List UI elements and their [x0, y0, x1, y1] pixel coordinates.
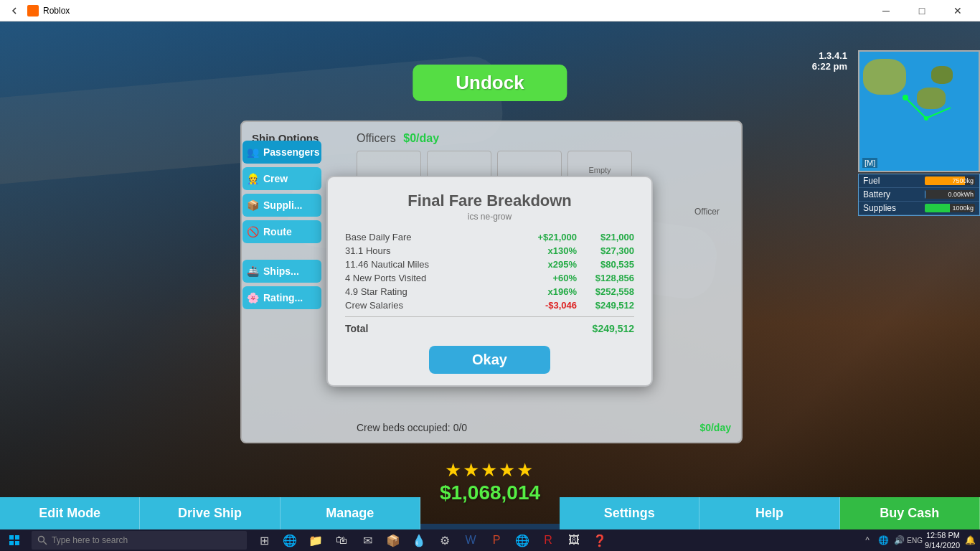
- edge-icon[interactable]: 🌐: [278, 529, 301, 551]
- maximize-button[interactable]: □: [905, 0, 938, 22]
- roblox-icon: [27, 5, 39, 17]
- task-view-icon[interactable]: ⊞: [253, 529, 275, 551]
- fare-row-label: 31.1 Hours: [345, 245, 527, 256]
- drive-ship-button[interactable]: Drive Ship: [140, 497, 280, 529]
- crew-beds-label: Crew beds occupied: 0/0: [357, 422, 467, 433]
- taskbar-right: ^ 🌐 🔊 ENG 12:58 PM 9/14/2020 🔔: [860, 529, 980, 551]
- okay-button[interactable]: Okay: [429, 346, 550, 374]
- fare-row-label: 4.9 Star Rating: [345, 286, 527, 297]
- minimap[interactable]: [M]: [858, 50, 980, 172]
- fuel-stat: Fuel 7500kg: [859, 174, 979, 188]
- amazon-icon[interactable]: 📦: [382, 529, 405, 551]
- svg-point-6: [39, 537, 44, 542]
- bottom-toolbar: Edit Mode Drive Ship Manage Settings Hel…: [0, 497, 980, 529]
- fare-dialog-subtitle: ics ne-grow: [345, 212, 634, 222]
- svg-line-1: [926, 108, 951, 118]
- fare-total-row: Total $249,512: [345, 323, 634, 334]
- fare-row-multiplier: x196%: [527, 286, 577, 297]
- system-clock[interactable]: 12:58 PM 9/14/2020: [925, 530, 960, 551]
- fare-dialog: Final Fare Breakdown ics ne-grow Base Da…: [326, 176, 653, 387]
- app-icon[interactable]: ⚙: [433, 529, 456, 551]
- fare-row-multiplier: +60%: [527, 273, 577, 283]
- fare-row-multiplier: x295%: [527, 259, 577, 270]
- fare-divider: [345, 316, 634, 317]
- fare-dialog-title: Final Fare Breakdown: [345, 192, 634, 210]
- fare-row-multiplier: +$21,000: [527, 232, 577, 242]
- buy-cash-button[interactable]: Buy Cash: [840, 497, 980, 529]
- undock-button[interactable]: Undock: [413, 65, 567, 101]
- photo-icon[interactable]: 🖼: [562, 529, 585, 551]
- close-button[interactable]: ✕: [941, 0, 974, 22]
- network-icon[interactable]: 🌐: [876, 529, 890, 551]
- taskbar: Type here to search ⊞ 🌐 📁 🛍 ✉ 📦 💧 ⚙ W P …: [0, 529, 980, 551]
- clock-date: 9/14/2020: [925, 540, 960, 550]
- help2-icon[interactable]: ❓: [588, 529, 611, 551]
- sidebar-buttons: 👥 Passengers 👷 Crew 📦 Suppli... 🚫 Route …: [242, 141, 321, 309]
- fare-row-label: Crew Salaries: [345, 300, 527, 311]
- fare-row-label: Base Daily Fare: [345, 232, 527, 242]
- route-icon: 🚫: [247, 226, 259, 237]
- battery-value: 0.00kWh: [948, 190, 974, 199]
- word-icon[interactable]: W: [459, 529, 482, 551]
- fuel-value: 7500kg: [952, 176, 974, 185]
- passengers-label: Passengers: [263, 146, 320, 158]
- minimize-button[interactable]: ─: [870, 0, 903, 22]
- taskbar-search-bar[interactable]: Type here to search: [32, 531, 247, 550]
- route-button[interactable]: 🚫 Route: [242, 220, 321, 243]
- app2-icon[interactable]: R: [537, 529, 560, 551]
- volume-icon[interactable]: 🔊: [892, 529, 906, 551]
- supplies-button[interactable]: 📦 Suppli...: [242, 194, 321, 217]
- stats-panel: Fuel 7500kg Battery 0.00kWh Supplies 100…: [858, 174, 980, 216]
- passengers-icon: 👥: [247, 146, 259, 158]
- taskbar-center-icons: ⊞ 🌐 📁 🛍 ✉ 📦 💧 ⚙ W P 🌐 R 🖼 ❓: [253, 529, 611, 551]
- stars-display: ★★★★★: [440, 459, 540, 481]
- fare-row-multiplier: x130%: [527, 245, 577, 256]
- start-button[interactable]: [0, 529, 29, 551]
- help-button[interactable]: Help: [699, 497, 839, 529]
- titlebar: Roblox ─ □ ✕: [0, 0, 980, 22]
- chrome-icon[interactable]: 🌐: [511, 529, 534, 551]
- game-time: 6:22 pm: [812, 61, 847, 72]
- fare-row-label: 11.46 Nautical Miles: [345, 259, 527, 270]
- fare-row: 11.46 Nautical Miles x295% $80,535: [345, 259, 634, 270]
- titlebar-back-button[interactable]: [6, 2, 23, 19]
- ships-button[interactable]: 🚢 Ships...: [242, 260, 321, 283]
- supplies-fill: [925, 204, 950, 212]
- passengers-button[interactable]: 👥 Passengers: [242, 141, 321, 164]
- officers-label: Officers: [357, 132, 396, 144]
- mail-icon[interactable]: ✉: [356, 529, 379, 551]
- supplies-bar: 1000kg: [925, 204, 975, 212]
- ships-icon: 🚢: [247, 265, 259, 277]
- rating-label: Rating...: [263, 292, 303, 303]
- search-placeholder: Type here to search: [52, 535, 128, 545]
- fare-row-label: 4 New Ports Visited: [345, 273, 527, 283]
- powerpoint-icon[interactable]: P: [485, 529, 508, 551]
- battery-bar: 0.00kWh: [925, 190, 975, 199]
- chevron-icon[interactable]: ^: [860, 529, 875, 551]
- battery-stat: Battery 0.00kWh: [859, 188, 979, 202]
- fare-row-amount: $27,300: [577, 245, 634, 256]
- notification-icon[interactable]: 🔔: [963, 529, 977, 551]
- edit-mode-button[interactable]: Edit Mode: [0, 497, 140, 529]
- store-icon[interactable]: 🛍: [330, 529, 353, 551]
- fuel-label: Fuel: [863, 176, 880, 186]
- rating-button[interactable]: 🌸 Rating...: [242, 286, 321, 309]
- rating-icon: 🌸: [247, 292, 259, 303]
- titlebar-controls: ─ □ ✕: [870, 0, 974, 22]
- manage-button[interactable]: Manage: [281, 497, 420, 529]
- svg-rect-5: [15, 541, 19, 545]
- fare-row: Crew Salaries -$3,046 $249,512: [345, 300, 634, 311]
- minimap-label: [M]: [862, 158, 877, 168]
- supplies-stat: Supplies 1000kg: [859, 202, 979, 215]
- svg-rect-4: [9, 541, 14, 545]
- battery-label: Battery: [863, 189, 890, 199]
- officer-label: Officer: [694, 207, 720, 217]
- svg-rect-3: [15, 535, 19, 540]
- settings-button[interactable]: Settings: [560, 497, 699, 529]
- dropbox-icon[interactable]: 💧: [407, 529, 430, 551]
- explorer-icon[interactable]: 📁: [304, 529, 327, 551]
- crew-button[interactable]: 👷 Crew: [242, 167, 321, 190]
- search-icon: [37, 535, 47, 545]
- titlebar-title: Roblox: [43, 6, 870, 16]
- version-display: 1.3.4.1 6:22 pm: [812, 50, 847, 72]
